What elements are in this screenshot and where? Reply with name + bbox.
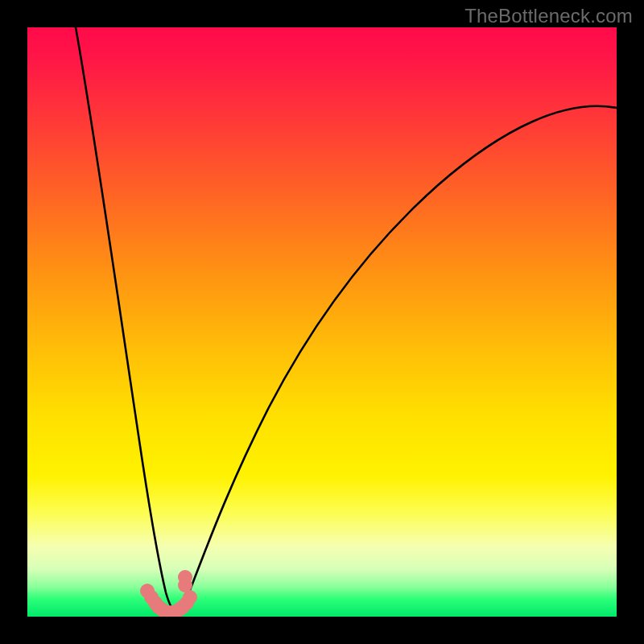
marker-dot: [178, 570, 192, 584]
chart-frame: TheBottleneck.com: [0, 0, 644, 644]
bottleneck-curve: [76, 27, 617, 612]
trough-markers: [140, 570, 197, 617]
curve-right-branch: [175, 106, 617, 612]
curve-layer: [27, 27, 617, 617]
plot-area: [27, 27, 617, 617]
watermark-text: TheBottleneck.com: [464, 5, 633, 27]
curve-left-branch: [76, 27, 175, 612]
